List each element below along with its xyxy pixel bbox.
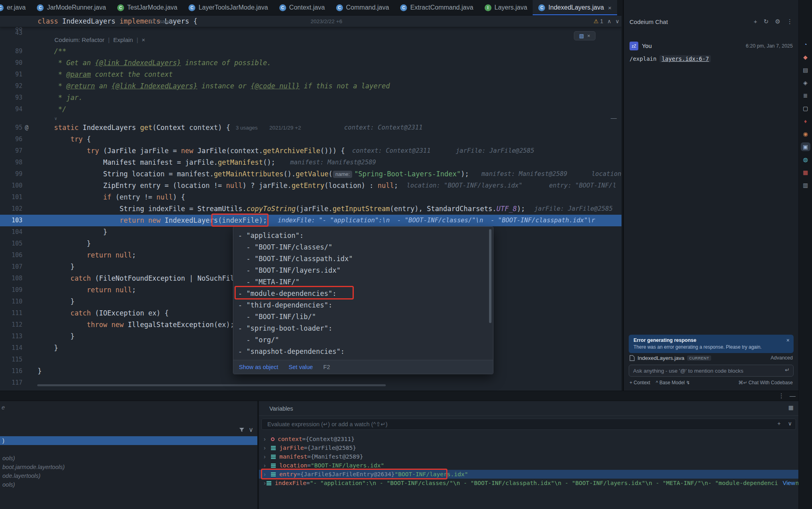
line-number[interactable]: 114 <box>0 342 22 354</box>
file-tab-extractcommand-java[interactable]: CExtractCommand.java <box>395 0 479 15</box>
popup-value-line[interactable]: - "BOOT-INF/classpath.idx" <box>238 253 487 265</box>
line-number[interactable]: 108 <box>0 273 22 284</box>
set-value-link[interactable]: Set value <box>289 364 313 370</box>
line-number[interactable]: 100 <box>0 180 22 192</box>
line-number[interactable]: 116 <box>0 365 22 377</box>
chat-input[interactable] <box>629 365 794 377</box>
code-line-117[interactable]: 117 <box>0 377 622 389</box>
stack-frame-row[interactable]: ools) <box>0 454 257 463</box>
bookmarks-icon[interactable]: ◈ <box>801 78 810 87</box>
add-context-button[interactable]: + Context <box>630 380 650 385</box>
file-tab-er-java[interactable]: Cer.java <box>0 0 31 15</box>
file-tab-indexedlayers-java[interactable]: CIndexedLayers.java× <box>533 0 617 15</box>
expand-chevron-icon[interactable]: › <box>264 435 270 443</box>
line-number[interactable]: 92 <box>0 80 22 92</box>
evaluate-chevron-icon[interactable]: ∨ <box>788 420 792 427</box>
profiler-icon[interactable]: ◉ <box>801 130 810 138</box>
code-line-103[interactable]: 103 return new IndexedLayers(indexFile);… <box>0 215 622 226</box>
expand-chevron-icon[interactable]: › <box>264 443 270 452</box>
file-tab-layertoolsjarmode-java[interactable]: CLayerToolsJarMode.java <box>183 0 273 15</box>
todo-icon[interactable]: ≣ <box>801 91 810 100</box>
file-tab-layers-java[interactable]: ILayers.java <box>479 0 533 15</box>
popup-value-line[interactable]: - "BOOT-INF/layers.idx" <box>238 265 487 276</box>
inline-usages-meta[interactable]: 3 usages <box>236 122 258 134</box>
codeium-lens-close-icon[interactable]: × <box>142 34 145 46</box>
history-icon[interactable]: ↻ <box>764 18 769 25</box>
advanced-link[interactable]: Advanced <box>770 355 793 361</box>
codeium-floating-widget[interactable]: ▧ × <box>574 31 595 40</box>
documentation-icon[interactable]: ▢ <box>801 104 810 113</box>
line-number[interactable]: 101 <box>0 192 22 203</box>
line-number[interactable]: 103 <box>0 215 22 226</box>
stack-frame-row[interactable]: ools) <box>0 480 257 489</box>
stack-frame-row[interactable] <box>0 445 257 454</box>
more-options-icon[interactable]: ⋮ <box>787 18 793 25</box>
line-number[interactable]: 109 <box>0 284 22 296</box>
file-tab-jarmoderunner-java[interactable]: CJarModeRunner.java <box>31 0 112 15</box>
variable-row-indexFile[interactable]: ›indexFile = "- "application":\n - "BOOT… <box>259 479 798 487</box>
debug-toolwindow-icon[interactable]: ▣ <box>801 142 810 151</box>
popup-value-line[interactable]: - "snapshot-dependencies": <box>238 346 487 357</box>
structure-icon[interactable]: ▤ <box>801 66 810 74</box>
popup-value-line[interactable]: - "application": <box>238 230 487 242</box>
codeium-explain-action[interactable]: Explain <box>113 34 133 46</box>
codeium-refactor-action[interactable]: Codeium: Refactor <box>54 34 104 46</box>
code-line-97[interactable]: 97 try (JarFile jarFile = new JarFile(co… <box>0 145 622 157</box>
line-number[interactable]: 99 <box>0 168 22 180</box>
popup-value-line[interactable]: - "BOOT-INF/lib/" <box>238 311 487 323</box>
horizontal-scrollbar[interactable] <box>37 384 386 386</box>
popup-value-line[interactable]: - "spring-boot-loader": <box>238 323 487 334</box>
file-tab-command-java[interactable]: CCommand.java <box>331 0 395 15</box>
expand-chevron-icon[interactable]: › <box>264 470 270 479</box>
expand-chevron-icon[interactable]: › <box>264 479 266 487</box>
line-number[interactable]: 113 <box>0 331 22 342</box>
expand-chevron-icon[interactable]: › <box>264 461 270 470</box>
expand-chevron-icon[interactable]: › <box>264 452 270 461</box>
new-chat-icon[interactable]: + <box>754 18 757 25</box>
send-icon[interactable]: ↵ <box>785 367 790 373</box>
line-number[interactable]: 94 <box>0 104 22 115</box>
web-icon[interactable]: ◍ <box>801 155 810 164</box>
layout-grid-icon[interactable]: ▦ <box>788 404 794 411</box>
line-number[interactable]: 107 <box>0 261 22 273</box>
line-number[interactable]: 105 <box>0 238 22 250</box>
evaluate-expression-input[interactable]: Evaluate expression (↵) or add a watch (… <box>261 419 796 430</box>
line-number[interactable]: 102 <box>0 203 22 215</box>
code-line-93[interactable]: 93 * jar. <box>0 92 622 104</box>
frames-chevron-icon[interactable]: ∨ <box>249 426 253 433</box>
line-number[interactable]: 115 <box>0 354 22 365</box>
context-file-name[interactable]: IndexedLayers.java <box>638 355 684 361</box>
code-line-99[interactable]: 99 String location = manifest.getMainAtt… <box>0 168 622 180</box>
minimize-panel-icon[interactable]: — <box>790 392 796 399</box>
filter-funnel-icon[interactable] <box>239 427 245 433</box>
file-tab-layers-idx[interactable]: ▤layers.idx <box>617 0 622 15</box>
line-number[interactable]: 117 <box>0 377 22 389</box>
stack-frame-row[interactable]: ode.layertools) <box>0 471 257 480</box>
next-warning-icon[interactable]: ∨ <box>616 16 620 27</box>
code-line-94[interactable]: 94 */ <box>0 104 622 115</box>
problems-icon[interactable]: ▦ <box>801 168 810 177</box>
popup-scrollbar[interactable] <box>489 229 491 323</box>
line-number[interactable]: 104 <box>0 226 22 238</box>
line-number[interactable]: 106 <box>0 250 22 261</box>
variable-row-context[interactable]: ›context = {Context@2311} <box>259 435 798 443</box>
widget-close-icon[interactable]: × <box>587 33 590 39</box>
code-line-89[interactable]: 89 /** <box>0 46 622 57</box>
database-icon[interactable]: ▥ <box>801 181 810 190</box>
popup-value-line[interactable]: - "org/" <box>238 334 487 346</box>
inspection-widget[interactable]: ⚠ 1 ∧ ∨ <box>593 16 620 27</box>
line-number[interactable]: 93 <box>0 92 22 104</box>
line-number[interactable]: 95 <box>0 122 22 134</box>
panel-options-kebab-icon[interactable]: ⋮ <box>778 392 784 399</box>
popup-value-line[interactable]: - "module-dependencies": <box>238 288 487 299</box>
tab-close-icon[interactable]: × <box>608 4 612 11</box>
code-line-92[interactable]: 92 * @return an {@link IndexedLayers} in… <box>0 80 622 92</box>
chat-code-reference[interactable]: layers.idx:6-7 <box>660 55 711 62</box>
line-number[interactable]: 97 <box>0 145 22 157</box>
stack-frame-row[interactable]: boot.jarmode.layertools) <box>0 463 257 471</box>
notifications-icon[interactable]: ◆ <box>801 53 810 62</box>
file-tab-context-java[interactable]: CContext.java <box>274 0 331 15</box>
code-line-98[interactable]: 98 Manifest manifest = jarFile.getManife… <box>0 157 622 168</box>
inline-usages-meta[interactable]: 2023/2/22 +6 <box>311 16 342 27</box>
line-number[interactable]: 96 <box>0 134 22 145</box>
